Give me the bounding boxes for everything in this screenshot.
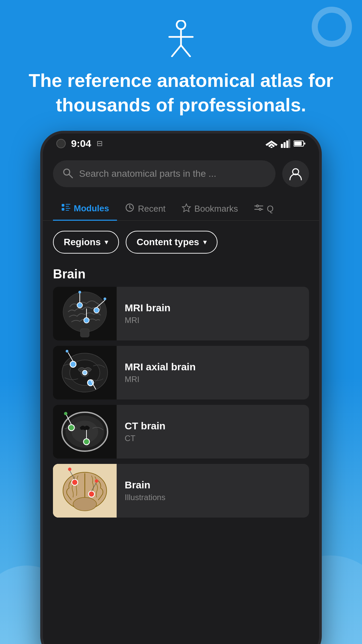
regions-chevron-icon: ▾ bbox=[105, 238, 108, 247]
brain-section-title: Brain bbox=[53, 267, 85, 281]
app-background: The reference anatomical atlas for thous… bbox=[0, 0, 362, 644]
content-types-filter-button[interactable]: Content types ▾ bbox=[126, 231, 218, 254]
svg-point-0 bbox=[177, 20, 185, 29]
status-right bbox=[265, 139, 306, 148]
tab-modules[interactable]: Modules bbox=[53, 197, 117, 221]
status-left: 9:04 ⊟ bbox=[56, 138, 103, 149]
filter-icon bbox=[254, 203, 263, 215]
svg-point-62 bbox=[64, 412, 67, 415]
module-mri-axial-brain[interactable]: MRI axial brain MRI bbox=[53, 346, 309, 399]
svg-point-39 bbox=[78, 291, 81, 293]
search-icon bbox=[62, 168, 73, 180]
svg-point-7 bbox=[270, 147, 273, 148]
tab-bookmarks-label: Bookmarks bbox=[194, 204, 238, 214]
camera-icon bbox=[56, 139, 66, 148]
svg-point-49 bbox=[70, 361, 76, 367]
tab-bookmarks[interactable]: Bookmarks bbox=[174, 198, 246, 220]
ct-brain-info: CT brain CT bbox=[117, 420, 309, 443]
svg-rect-23 bbox=[66, 210, 69, 211]
svg-point-68 bbox=[73, 497, 97, 511]
deco-circle-top bbox=[312, 7, 352, 47]
svg-line-4 bbox=[181, 45, 190, 56]
mri-axial-brain-title: MRI axial brain bbox=[125, 361, 301, 373]
phone-mockup: 9:04 ⊟ bbox=[40, 131, 322, 644]
search-placeholder-text: Search anatomical parts in the ... bbox=[79, 168, 216, 179]
svg-line-3 bbox=[172, 45, 181, 56]
mri-brain-subtitle: MRI bbox=[125, 316, 301, 325]
user-profile-button[interactable] bbox=[282, 160, 309, 187]
app-content: Search anatomical parts in the ... bbox=[43, 154, 319, 644]
module-brain-illustration[interactable]: Brain Illustrations bbox=[53, 464, 309, 518]
svg-rect-9 bbox=[284, 142, 286, 148]
tab-q-label: Q bbox=[267, 204, 274, 214]
svg-point-52 bbox=[87, 380, 94, 386]
mri-axial-brain-info: MRI axial brain MRI bbox=[117, 361, 309, 384]
mri-brain-thumbnail bbox=[53, 287, 117, 340]
user-icon bbox=[289, 167, 302, 180]
svg-point-69 bbox=[72, 479, 78, 485]
wifi-icon bbox=[265, 139, 278, 148]
ct-brain-subtitle: CT bbox=[125, 434, 301, 443]
module-ct-brain[interactable]: CT brain CT bbox=[53, 405, 309, 459]
mri-axial-brain-thumbnail bbox=[53, 346, 117, 399]
regions-filter-label: Regions bbox=[64, 237, 101, 248]
mri-brain-info: MRI brain MRI bbox=[117, 302, 309, 325]
ct-brain-thumbnail bbox=[53, 405, 117, 459]
svg-point-40 bbox=[94, 308, 99, 313]
status-bar: 9:04 ⊟ bbox=[43, 133, 319, 154]
svg-rect-19 bbox=[62, 208, 64, 211]
brain-illustration-title: Brain bbox=[125, 479, 301, 491]
tab-search-filter[interactable]: Q bbox=[246, 198, 282, 220]
svg-rect-21 bbox=[66, 206, 69, 207]
mri-axial-brain-subtitle: MRI bbox=[125, 375, 301, 384]
svg-rect-18 bbox=[62, 204, 64, 207]
brain-illustration-thumbnail bbox=[53, 464, 117, 518]
mri-brain-title: MRI brain bbox=[125, 302, 301, 314]
svg-rect-36 bbox=[80, 329, 89, 337]
battery-icon bbox=[294, 140, 306, 147]
signal-icon bbox=[281, 139, 290, 148]
svg-point-42 bbox=[104, 298, 106, 300]
content-types-filter-label: Content types bbox=[136, 237, 199, 248]
regions-filter-button[interactable]: Regions ▾ bbox=[53, 231, 119, 254]
svg-point-37 bbox=[77, 303, 82, 308]
tab-modules-label: Modules bbox=[74, 203, 109, 214]
search-bar[interactable]: Search anatomical parts in the ... bbox=[53, 160, 276, 187]
svg-point-54 bbox=[82, 370, 87, 375]
status-time: 9:04 bbox=[71, 138, 91, 149]
svg-rect-14 bbox=[304, 143, 305, 145]
svg-point-60 bbox=[68, 425, 74, 431]
brain-illustration-info: Brain Illustrations bbox=[117, 479, 309, 502]
clock-icon bbox=[125, 203, 134, 215]
svg-point-71 bbox=[68, 468, 71, 471]
ct-brain-title: CT brain bbox=[125, 420, 301, 432]
svg-point-63 bbox=[83, 439, 89, 445]
filter-section: Regions ▾ Content types ▾ bbox=[43, 221, 319, 260]
brain-illustration-subtitle: Illustrations bbox=[125, 493, 301, 502]
human-figure-icon bbox=[166, 20, 196, 58]
status-extra-icon: ⊟ bbox=[97, 139, 103, 148]
svg-point-72 bbox=[88, 491, 95, 497]
svg-line-16 bbox=[69, 174, 72, 178]
svg-point-35 bbox=[63, 292, 107, 332]
hero-section: The reference anatomical atlas for thous… bbox=[0, 0, 362, 131]
svg-rect-22 bbox=[66, 208, 70, 209]
hero-title: The reference anatomical atlas for thous… bbox=[0, 68, 362, 117]
svg-rect-8 bbox=[281, 144, 283, 148]
svg-point-74 bbox=[95, 479, 98, 483]
tab-recent[interactable]: Recent bbox=[117, 198, 173, 220]
svg-rect-11 bbox=[288, 139, 290, 148]
tabs-section: Modules Recent bbox=[43, 194, 319, 221]
star-icon bbox=[182, 203, 191, 215]
svg-rect-10 bbox=[286, 141, 288, 148]
modules-list: MRI brain MRI bbox=[43, 287, 319, 518]
tab-recent-label: Recent bbox=[138, 204, 165, 214]
search-section: Search anatomical parts in the ... bbox=[43, 154, 319, 194]
svg-line-26 bbox=[130, 208, 132, 209]
svg-point-51 bbox=[66, 350, 68, 353]
modules-icon bbox=[61, 203, 70, 214]
module-mri-brain[interactable]: MRI brain MRI bbox=[53, 287, 309, 340]
svg-marker-27 bbox=[182, 204, 190, 212]
content-types-chevron-icon: ▾ bbox=[203, 238, 207, 247]
svg-point-43 bbox=[84, 318, 89, 323]
